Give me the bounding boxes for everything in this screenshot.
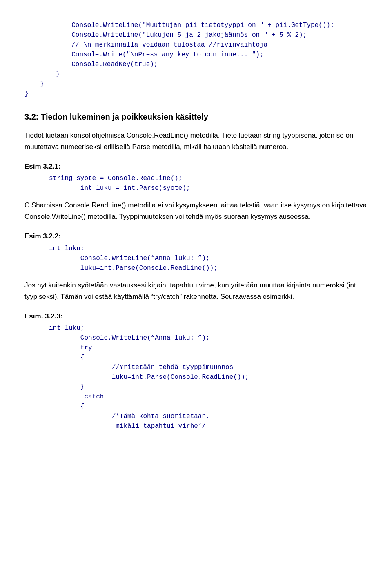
example-3-2-3-label: Esim. 3.2.3: <box>24 311 368 322</box>
top-code-block: Console.WriteLine("Muuttujan pii tietoty… <box>24 20 368 99</box>
example-3-2-2-label: Esim 3.2.2: <box>24 231 368 242</box>
section-3-2-para2: C Sharpissa Console.ReadLine() metodilla… <box>24 200 368 222</box>
section-3-2-para3: Jos nyt kuitenkin syötetään vastauksesi … <box>24 280 368 302</box>
example-3-2-1-code: string syote = Console.ReadLine(); int l… <box>24 173 368 193</box>
section-3-2-para1: Tiedot luetaan konsoliohjelmissa Console… <box>24 130 368 153</box>
example-3-2-1-label: Esim 3.2.1: <box>24 161 368 172</box>
section-heading-3-2: 3.2: Tiedon lukeminen ja poikkeuksien kä… <box>24 110 368 123</box>
example-3-2-3-code: int luku; Console.WriteLine(“Anna luku: … <box>24 323 368 431</box>
example-3-2-2-code: int luku; Console.WriteLine(“Anna luku: … <box>24 244 368 273</box>
